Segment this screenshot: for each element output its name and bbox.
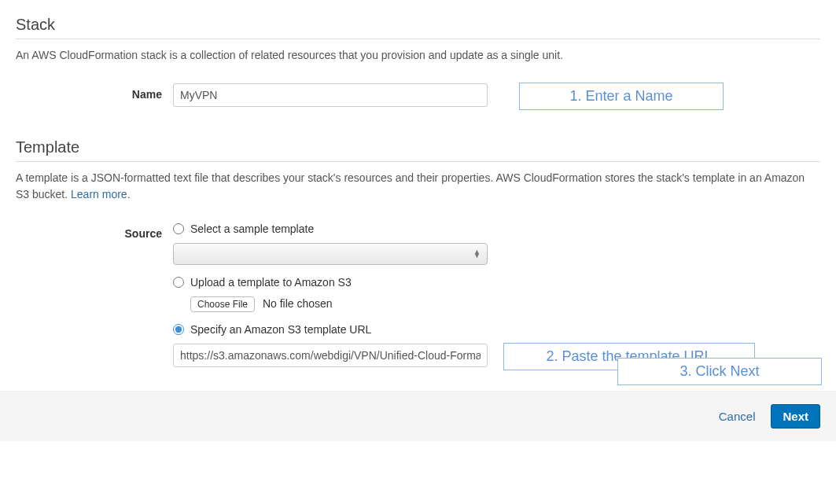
radio-upload-row: Upload a template to Amazon S3 (173, 276, 503, 289)
radio-upload[interactable] (173, 277, 184, 288)
template-url-input[interactable] (173, 344, 488, 367)
template-desc-text: A template is a JSON-formatted text file… (16, 171, 805, 200)
stack-desc: An AWS CloudFormation stack is a collect… (16, 47, 820, 64)
radio-sample-row: Select a sample template (173, 223, 503, 235)
upload-controls: Choose File No file chosen (190, 296, 503, 312)
cancel-button[interactable]: Cancel (719, 410, 756, 423)
radio-upload-label: Upload a template to Amazon S3 (190, 276, 352, 289)
name-row: Name 1. Enter a Name (16, 83, 820, 107)
stack-section: Stack An AWS CloudFormation stack is a c… (16, 16, 820, 107)
template-title: Template (16, 138, 820, 162)
next-button[interactable]: Next (771, 404, 820, 429)
radio-specify-label: Specify an Amazon S3 template URL (190, 323, 371, 336)
file-status-text: No file chosen (263, 297, 333, 310)
annotation-click-next: 3. Click Next (617, 358, 822, 385)
source-label: Source (16, 223, 173, 240)
annotation-enter-name: 1. Enter a Name (519, 83, 724, 110)
name-label: Name (16, 83, 173, 101)
name-input[interactable] (173, 83, 488, 107)
sample-dropdown-wrap: ▲▼ (173, 243, 503, 265)
radio-specify-row: Specify an Amazon S3 template URL (173, 323, 503, 336)
source-row: Source Select a sample template ▲▼ Uploa… (16, 223, 820, 367)
sample-dropdown[interactable]: ▲▼ (173, 243, 488, 265)
choose-file-button[interactable]: Choose File (190, 296, 255, 312)
template-desc: A template is a JSON-formatted text file… (16, 170, 820, 203)
stack-title: Stack (16, 16, 820, 39)
radio-specify[interactable] (173, 324, 184, 335)
footer-bar: 3. Click Next Cancel Next (0, 391, 836, 441)
radio-sample[interactable] (173, 223, 184, 234)
chevron-up-down-icon: ▲▼ (473, 250, 481, 259)
template-section: Template A template is a JSON-formatted … (16, 138, 820, 367)
radio-sample-label: Select a sample template (190, 223, 314, 235)
learn-more-link[interactable]: Learn more (71, 188, 127, 200)
